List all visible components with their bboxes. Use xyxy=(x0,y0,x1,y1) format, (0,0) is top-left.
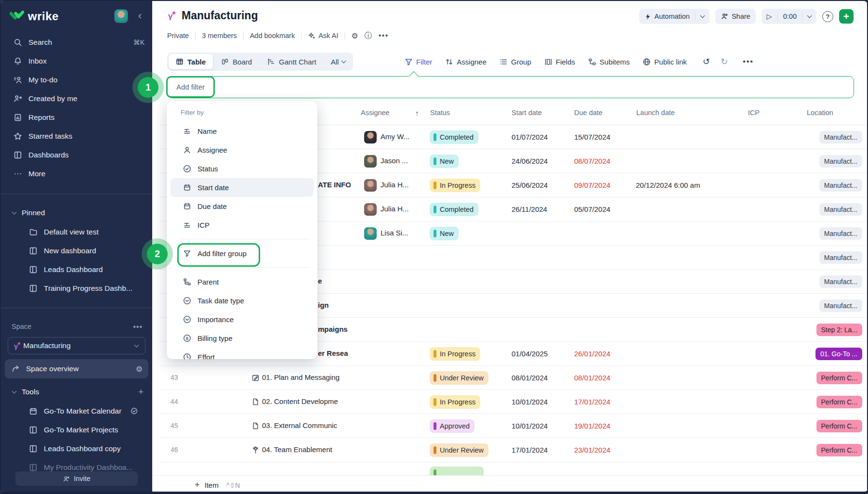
toolbar-action[interactable]: Fields xyxy=(544,58,575,66)
assignee-avatar[interactable] xyxy=(364,155,377,168)
start-date[interactable]: 25/06/2024 xyxy=(512,181,548,189)
invite-button[interactable]: Invite xyxy=(15,471,138,486)
assignee-name[interactable]: Julia H... xyxy=(381,181,416,189)
assignee-avatar[interactable] xyxy=(364,227,377,240)
location-badge[interactable]: Manufact... xyxy=(819,203,862,216)
space-selector[interactable]: γ Manufacturing xyxy=(8,337,145,354)
space-options-icon[interactable]: ••• xyxy=(133,323,143,331)
due-date[interactable]: 08/01/2024 xyxy=(574,374,610,382)
more-options-icon[interactable]: ••• xyxy=(379,31,389,40)
status-badge[interactable]: New xyxy=(430,227,459,240)
start-date[interactable]: 01/04/2025 xyxy=(512,350,548,358)
location-badge[interactable]: Perform C... xyxy=(816,396,862,408)
launch-date[interactable]: 20/12/2024 6:00 am xyxy=(636,181,700,189)
add-tool-icon[interactable]: + xyxy=(138,387,144,397)
sidebar-item[interactable]: Dashboards xyxy=(1,145,152,164)
column-header-location[interactable]: Location xyxy=(807,109,833,117)
pinned-group-header[interactable]: Pinned xyxy=(1,206,152,220)
table-row[interactable]: 43 01. Plan and Messaging Under Review xyxy=(160,366,868,390)
start-date[interactable]: 17/01/2024 xyxy=(512,446,548,454)
sidebar-item[interactable]: My to-do xyxy=(1,70,152,89)
settings-gear-icon[interactable]: ⚙ xyxy=(351,31,358,40)
location-badge[interactable]: Manufact... xyxy=(819,299,862,312)
location-badge[interactable]: Manufact... xyxy=(819,155,862,168)
view-tab[interactable]: Board xyxy=(214,54,259,69)
task-name-fragment[interactable]: ATE INFO xyxy=(318,181,351,189)
start-date[interactable]: 01/07/2024 xyxy=(512,133,548,141)
assignee-name[interactable]: Lisa Si... xyxy=(381,229,416,237)
timer-dropdown-icon[interactable] xyxy=(802,9,816,24)
pinned-item[interactable]: Training Progress Dashb... xyxy=(1,279,152,298)
status-badge[interactable]: Completed xyxy=(430,203,478,216)
menu-item[interactable]: Assignee xyxy=(167,141,317,159)
user-avatar[interactable] xyxy=(114,9,128,23)
add-item-button[interactable]: + Item ^⇧N xyxy=(195,480,240,490)
menu-item[interactable]: Parent xyxy=(167,273,317,291)
menu-item[interactable]: Due date xyxy=(167,197,317,216)
sidebar-item[interactable]: Inbox xyxy=(1,52,152,70)
menu-item[interactable]: Status xyxy=(167,159,317,178)
location-badge[interactable]: Step 2: La... xyxy=(816,324,863,336)
timer-play-icon[interactable]: ▷ xyxy=(762,9,777,24)
tools-group-header[interactable]: Tools + xyxy=(1,385,152,399)
assignee-name[interactable]: Amy W... xyxy=(381,132,416,141)
menu-item[interactable]: Task date type xyxy=(167,291,317,310)
due-date[interactable]: 26/01/2024 xyxy=(574,350,610,358)
filter-bar[interactable] xyxy=(167,76,854,98)
column-header-due-date[interactable]: Due date xyxy=(574,109,603,117)
status-badge[interactable]: In Progress xyxy=(430,347,480,361)
sidebar-item[interactable]: Starred tasks xyxy=(1,127,152,145)
location-badge[interactable]: Manufact... xyxy=(819,179,862,192)
assignee-avatar[interactable] xyxy=(364,131,377,143)
members-count[interactable]: 3 members xyxy=(202,32,237,39)
table-row[interactable]: 45 03. External Communic Approved 10/01 xyxy=(160,414,868,438)
sidebar-item[interactable]: Reports xyxy=(1,108,152,127)
toolbar-action[interactable]: Filter xyxy=(405,58,432,66)
chevron-down-icon[interactable] xyxy=(12,210,17,215)
location-badge[interactable]: Perform C... xyxy=(816,420,862,432)
menu-item[interactable]: Name xyxy=(167,122,317,141)
pinned-item[interactable]: Default view test xyxy=(1,222,152,241)
toolbar-action[interactable]: Assignee xyxy=(445,58,487,66)
task-name-fragment[interactable]: mpaigns xyxy=(318,325,351,333)
menu-item[interactable]: Effort xyxy=(167,348,317,359)
pinned-item[interactable]: New dashboard xyxy=(1,241,152,260)
share-button[interactable]: Share xyxy=(715,9,756,24)
location-badge[interactable]: Manufact... xyxy=(819,227,862,240)
start-date[interactable]: 10/01/2024 xyxy=(512,422,548,430)
start-date[interactable]: 10/01/2024 xyxy=(512,398,548,406)
status-badge[interactable]: In Progress xyxy=(430,179,480,192)
column-header-start-date[interactable]: Start date xyxy=(512,109,542,117)
due-date[interactable]: 17/01/2024 xyxy=(574,398,610,406)
assignee-avatar[interactable] xyxy=(364,203,377,216)
create-new-button[interactable]: + xyxy=(839,9,854,24)
table-row[interactable]: 46 04. Team Enablement Under Review 17/ xyxy=(160,438,868,462)
start-date[interactable]: 26/11/2024 xyxy=(512,205,547,213)
sidebar-item-space-overview[interactable]: Space overview ⚙ xyxy=(5,359,148,378)
due-date[interactable]: 23/01/2024 xyxy=(574,446,610,454)
redo-icon[interactable]: ↻ xyxy=(721,56,728,67)
timer-control[interactable]: ▷ 0:00 xyxy=(762,9,816,24)
sort-ascending-icon[interactable]: ↑ xyxy=(415,109,419,117)
due-date[interactable]: 05/07/2024 xyxy=(574,205,610,213)
help-button[interactable]: ? xyxy=(822,11,833,22)
toolbar-action[interactable]: Public link xyxy=(643,58,687,66)
task-name-fragment[interactable]: e xyxy=(318,277,351,285)
sidebar-item[interactable]: Created by me xyxy=(1,89,152,108)
location-badge[interactable]: Perform C... xyxy=(816,372,862,384)
task-name[interactable]: 03. External Communic xyxy=(262,421,352,429)
all-views-dropdown[interactable]: All xyxy=(325,54,352,69)
automation-button[interactable]: Automation xyxy=(639,9,710,24)
tool-item[interactable]: Leads Dashboard copy xyxy=(1,439,152,458)
menu-item[interactable]: $ Billing type xyxy=(167,329,317,348)
status-badge[interactable]: Completed xyxy=(430,130,478,144)
status-badge[interactable]: In Progress xyxy=(430,395,480,409)
view-tab[interactable]: Table xyxy=(169,54,213,69)
sidebar-item[interactable]: Search ⌘K xyxy=(1,33,152,52)
assignee-name[interactable]: Jason ... xyxy=(381,156,416,165)
sidebar-collapse-icon[interactable]: ‹ xyxy=(138,10,142,22)
assignee-avatar[interactable] xyxy=(364,179,377,192)
location-badge[interactable]: Perform C... xyxy=(816,444,862,456)
table-row[interactable]: 44 02. Content Developme In Progress 10 xyxy=(160,390,868,414)
menu-item[interactable]: ICP xyxy=(167,216,317,234)
